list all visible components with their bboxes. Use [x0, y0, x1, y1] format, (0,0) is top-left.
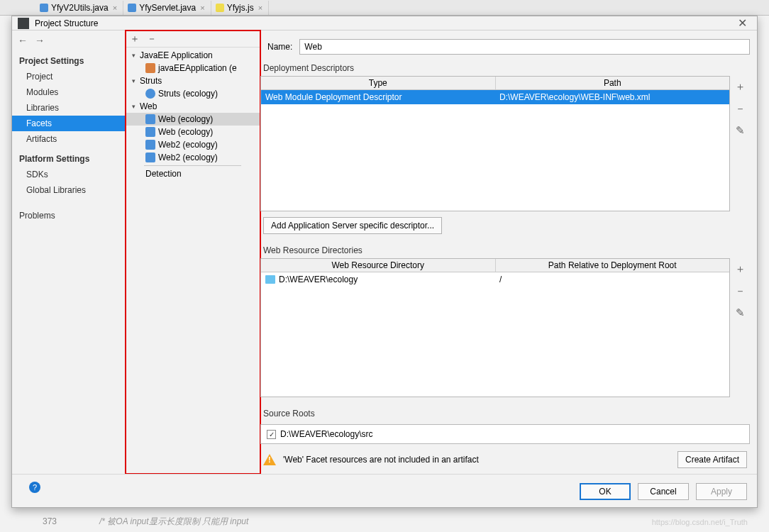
tree-node[interactable]: Web (ecology) — [126, 126, 260, 138]
javaee-icon — [145, 63, 155, 73]
tree-node-detection[interactable]: Detection — [126, 167, 260, 180]
folder-icon — [265, 275, 275, 284]
facet-form: Name: Deployment Descriptors Type Path W… — [260, 31, 757, 474]
table-row[interactable]: D:\WEAVER\ecology / — [261, 272, 729, 287]
dialog-footer: OK Cancel Apply — [12, 474, 757, 509]
tree-label: Detection — [145, 169, 182, 179]
table-row[interactable]: Web Module Deployment Descriptor D:\WEAV… — [261, 90, 729, 104]
dialog-titlebar: Project Structure ✕ — [12, 16, 757, 31]
forward-icon[interactable]: → — [35, 35, 45, 46]
tree-label: Web (ecology) — [158, 127, 213, 137]
th-rel: Path Relative to Deployment Root — [496, 259, 730, 272]
source-root-item[interactable]: ✓ D:\WEAVER\ecology\src — [267, 429, 743, 439]
nav-problems[interactable]: Problems — [12, 208, 125, 223]
settings-nav: ← → Project Settings Project Modules Lib… — [12, 31, 126, 474]
editor-tab[interactable]: Yfyjs.js × — [211, 1, 269, 15]
tree-node-javaee[interactable]: ▾ JavaEE Application — [126, 49, 260, 62]
cancel-button[interactable]: Cancel — [638, 483, 689, 500]
editor-tabs: YfyV2Utils.java × YfyServlet.java × Yfyj… — [0, 0, 769, 16]
nav-facets[interactable]: Facets — [12, 116, 125, 131]
line-number: 373 — [43, 516, 57, 526]
web-icon — [145, 153, 155, 162]
tree-node[interactable]: Web (ecology) — [126, 113, 260, 126]
apply-button[interactable]: Apply — [696, 483, 747, 500]
back-icon[interactable]: ← — [18, 35, 28, 46]
nav-modules[interactable]: Modules — [12, 84, 125, 100]
nav-artifacts[interactable]: Artifacts — [12, 131, 125, 147]
nav-project[interactable]: Project — [12, 69, 125, 84]
td-type: Web Module Deployment Descriptor — [261, 90, 495, 104]
tree-label: JavaEE Application — [140, 50, 213, 60]
th-type: Type — [261, 77, 496, 89]
td-rel: / — [495, 272, 729, 287]
facets-tree: ＋ － ▾ JavaEE Application javaEEApplicati… — [126, 31, 260, 474]
web-icon — [145, 114, 155, 124]
editor-tab[interactable]: YfyV2Utils.java × — [35, 1, 123, 15]
tree-label: Struts (ecology) — [158, 89, 218, 99]
chevron-down-icon[interactable]: ▾ — [130, 77, 137, 84]
td-dir: D:\WEAVER\ecology — [261, 272, 495, 287]
section-label: Web Resource Directories — [260, 244, 750, 258]
tree-node[interactable]: Struts (ecology) — [126, 87, 260, 100]
edit-icon[interactable]: ✎ — [736, 124, 745, 137]
th-dir: Web Resource Directory — [261, 259, 496, 272]
dialog-title: Project Structure — [35, 18, 734, 28]
web-resource-dirs-table: Web Resource Directory Path Relative to … — [260, 258, 730, 397]
tree-label: Web — [140, 101, 157, 111]
java-file-icon — [40, 4, 48, 12]
create-artifact-button[interactable]: Create Artifact — [677, 451, 747, 468]
tab-label: Yfyjs.js — [227, 3, 254, 13]
tree-label: Web2 (ecology) — [158, 153, 218, 162]
nav-libraries[interactable]: Libraries — [12, 100, 125, 116]
checkbox-checked-icon[interactable]: ✓ — [267, 430, 276, 439]
tree-node-web[interactable]: ▾ Web — [126, 100, 260, 113]
tree-label: Struts — [140, 76, 162, 86]
close-icon[interactable]: × — [111, 4, 118, 12]
section-label: Source Roots — [260, 407, 750, 421]
tab-label: YfyV2Utils.java — [51, 3, 109, 13]
warning-text: 'Web' Facet resources are not included i… — [283, 455, 479, 465]
name-label: Name: — [267, 42, 292, 52]
tree-node[interactable]: javaEEApplication (e — [126, 62, 260, 74]
code-comment: /* 被OA input显示长度限制 只能用 input — [99, 516, 248, 528]
remove-icon[interactable]: － — [147, 33, 157, 45]
section-header: Project Settings — [12, 52, 125, 69]
edit-icon[interactable]: ✎ — [736, 306, 745, 319]
add-icon[interactable]: ＋ — [130, 33, 140, 45]
web-icon — [145, 127, 155, 137]
help-icon[interactable]: ? — [29, 482, 40, 493]
editor-tab[interactable]: YfyServlet.java × — [123, 1, 211, 15]
source-root-path: D:\WEAVER\ecology\src — [280, 429, 372, 439]
remove-icon[interactable]: － — [735, 284, 746, 298]
warning-icon — [263, 454, 276, 465]
add-server-descriptor-button[interactable]: Add Application Server specific descript… — [263, 217, 442, 234]
struts-icon — [145, 89, 155, 99]
js-file-icon — [216, 4, 224, 12]
java-file-icon — [128, 4, 136, 12]
close-icon[interactable]: ✕ — [734, 16, 751, 30]
close-icon[interactable]: × — [257, 4, 264, 12]
nav-sdks[interactable]: SDKs — [12, 167, 125, 182]
remove-icon[interactable]: － — [735, 102, 746, 116]
web-icon — [145, 140, 155, 150]
tree-node[interactable]: Web2 (ecology) — [126, 151, 260, 164]
tree-label: Web2 (ecology) — [158, 140, 218, 150]
td-path: D:\WEAVER\ecology\WEB-INF\web.xml — [495, 90, 729, 104]
chevron-down-icon[interactable]: ▾ — [130, 103, 137, 110]
ok-button[interactable]: OK — [580, 483, 631, 500]
nav-global-libraries[interactable]: Global Libraries — [12, 182, 125, 198]
watermark: https://blog.csdn.net/i_Truth — [652, 518, 748, 526]
chevron-down-icon[interactable]: ▾ — [130, 52, 137, 59]
tab-label: YfyServlet.java — [139, 3, 196, 13]
section-header: Platform Settings — [12, 150, 125, 167]
tree-node[interactable]: Web2 (ecology) — [126, 138, 260, 151]
th-path: Path — [496, 77, 730, 89]
close-icon[interactable]: × — [199, 4, 206, 12]
tree-label: Web (ecology) — [158, 114, 213, 124]
tree-node-struts[interactable]: ▾ Struts — [126, 74, 260, 87]
section-label: Deployment Descriptors — [260, 62, 750, 76]
add-icon[interactable]: ＋ — [735, 262, 746, 276]
name-input[interactable] — [299, 39, 750, 55]
divider — [144, 165, 241, 166]
add-icon[interactable]: ＋ — [735, 80, 746, 94]
